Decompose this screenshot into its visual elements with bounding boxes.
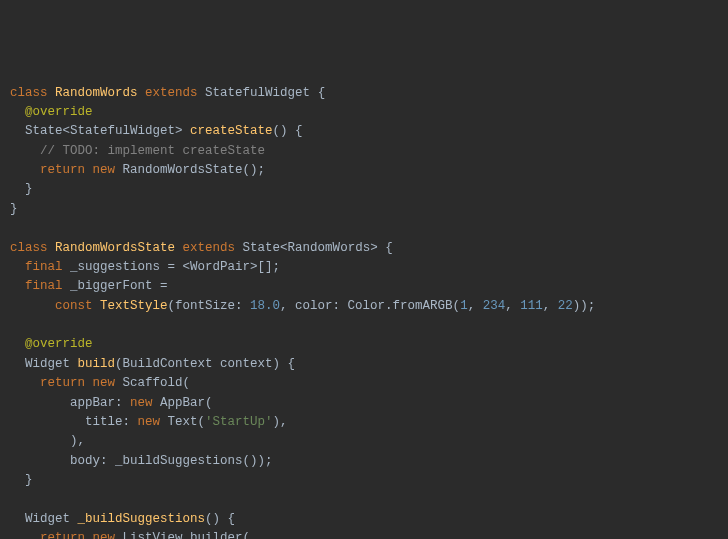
code-line: State<StatefulWidget> createState() { <box>10 122 718 141</box>
code-line: class RandomWordsState extends State<Ran… <box>10 239 718 258</box>
code-line: } <box>10 471 718 490</box>
code-line: } <box>10 180 718 199</box>
code-line: final _suggestions = <WordPair>[]; <box>10 258 718 277</box>
code-editor[interactable]: class RandomWords extends StatefulWidget… <box>10 84 718 540</box>
code-line <box>10 490 718 509</box>
code-line: Widget _buildSuggestions() { <box>10 510 718 529</box>
code-line: body: _buildSuggestions()); <box>10 452 718 471</box>
code-line: final _biggerFont = <box>10 277 718 296</box>
code-line: appBar: new AppBar( <box>10 394 718 413</box>
code-line: // TODO: implement createState <box>10 142 718 161</box>
code-line: class RandomWords extends StatefulWidget… <box>10 84 718 103</box>
code-line: } <box>10 200 718 219</box>
code-line: return new RandomWordsState(); <box>10 161 718 180</box>
code-line <box>10 316 718 335</box>
code-line: return new ListView.builder( <box>10 529 718 539</box>
code-line: Widget build(BuildContext context) { <box>10 355 718 374</box>
code-line: @override <box>10 335 718 354</box>
code-line: return new Scaffold( <box>10 374 718 393</box>
code-line: title: new Text('StartUp'), <box>10 413 718 432</box>
code-line: const TextStyle(fontSize: 18.0, color: C… <box>10 297 718 316</box>
code-line: @override <box>10 103 718 122</box>
code-line: ), <box>10 432 718 451</box>
code-line <box>10 219 718 238</box>
